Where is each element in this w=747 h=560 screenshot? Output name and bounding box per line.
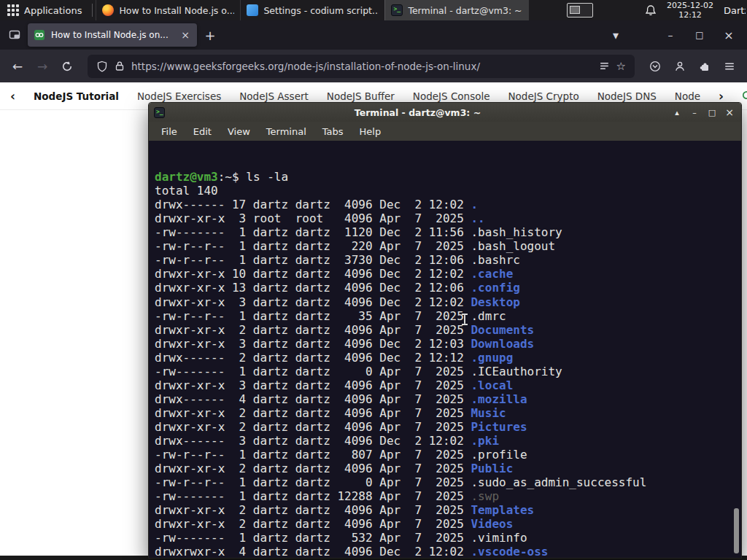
terminal-output: dartz@vm3:~$ ls -latotal 140drwx------ 1… bbox=[155, 170, 741, 558]
listing-meta: drwxr-xr-x 2 dartz dartz 4096 Apr 7 2025 bbox=[155, 323, 471, 337]
listing-name: .local bbox=[471, 378, 513, 392]
site-nav-item-nodejs-console[interactable]: NodeJS Console bbox=[413, 90, 490, 102]
workspace-window-thumb bbox=[570, 6, 580, 14]
firefox-view-icon[interactable] bbox=[4, 25, 25, 45]
terminal-body[interactable]: dartz@vm3:~$ ls -latotal 140drwx------ 1… bbox=[149, 141, 741, 558]
terminal-menu-file[interactable]: File bbox=[153, 124, 185, 139]
terminal-titlebar[interactable]: Terminal - dartz@vm3: ~ ▴ – □ × bbox=[149, 103, 741, 122]
terminal-listing-row: drwx------ 2 dartz dartz 4096 Dec 2 12:1… bbox=[155, 351, 741, 365]
terminal-shade-button[interactable]: ▴ bbox=[670, 106, 684, 119]
terminal-minimize-button[interactable]: – bbox=[688, 106, 701, 119]
terminal-listing-row: drwxr-xr-x 2 dartz dartz 4096 Apr 7 2025… bbox=[155, 503, 741, 517]
listing-name: .config bbox=[471, 281, 519, 295]
notification-bell-icon[interactable] bbox=[645, 4, 657, 16]
panel-clock[interactable]: 2025-12-02 12:12 bbox=[667, 1, 713, 20]
site-nav-item-nodejs-tutorial[interactable]: NodeJS Tutorial bbox=[34, 90, 119, 102]
listing-name: .profile bbox=[471, 448, 527, 462]
taskbar-window-codium[interactable]: Settings - codium script... bbox=[240, 0, 384, 20]
taskbar-window-title: How to Install Node.js o... bbox=[119, 5, 234, 16]
forward-button[interactable]: → bbox=[32, 56, 53, 77]
firefox-icon bbox=[102, 4, 114, 16]
codium-icon bbox=[247, 4, 258, 16]
tab-title: How to Install Node.js on... bbox=[51, 30, 174, 40]
account-icon[interactable] bbox=[670, 56, 690, 77]
new-tab-button[interactable]: + bbox=[200, 25, 220, 45]
clock-time: 12:12 bbox=[667, 10, 713, 20]
terminal-listing-row: drwx------ 17 dartz dartz 4096 Dec 2 12:… bbox=[155, 198, 741, 211]
connection-lock-icon[interactable] bbox=[115, 61, 125, 71]
listing-meta: drwx------ 4 dartz dartz 4096 Apr 7 2025 bbox=[155, 392, 471, 406]
terminal-menu-view[interactable]: View bbox=[220, 124, 258, 139]
listing-meta: drwxr-xr-x 2 dartz dartz 4096 Apr 7 2025 bbox=[155, 420, 471, 434]
terminal-listing-row: drwxr-xr-x 2 dartz dartz 4096 Apr 7 2025… bbox=[155, 420, 741, 434]
listing-meta: -rw------- 1 dartz dartz 12288 Apr 7 202… bbox=[155, 489, 471, 503]
terminal-scrollbar-thumb[interactable] bbox=[734, 508, 739, 553]
terminal-menu-tabs[interactable]: Tabs bbox=[314, 124, 352, 139]
reader-mode-icon[interactable] bbox=[599, 61, 610, 71]
listing-meta: drwxr-xr-x 2 dartz dartz 4096 Apr 7 2025 bbox=[155, 406, 471, 420]
listing-name: .cache bbox=[471, 267, 513, 281]
terminal-close-button[interactable]: × bbox=[723, 106, 736, 119]
site-nav-back-chevron[interactable]: ‹ bbox=[10, 89, 15, 104]
terminal-menubar: FileEditViewTerminalTabsHelp bbox=[149, 122, 741, 141]
window-minimize-button[interactable]: – bbox=[659, 25, 681, 45]
window-close-button[interactable]: × bbox=[718, 25, 740, 45]
taskbar-windows: How to Install Node.js o...Settings - co… bbox=[96, 0, 529, 20]
terminal-listing-row: -rw-r--r-- 1 dartz dartz 220 Apr 7 2025 … bbox=[155, 239, 741, 253]
terminal-menu-help[interactable]: Help bbox=[352, 124, 390, 139]
listing-name: .mozilla bbox=[471, 392, 527, 406]
terminal-listing-row: -rw-r--r-- 1 dartz dartz 3730 Dec 2 12:0… bbox=[155, 253, 741, 267]
url-bar[interactable]: https://www.geeksforgeeks.org/node-js/in… bbox=[88, 55, 635, 78]
site-nav-item-nodejs-crypto[interactable]: NodeJS Crypto bbox=[508, 90, 579, 102]
terminal-listing-row: drwxr-xr-x 10 dartz dartz 4096 Dec 2 12:… bbox=[155, 267, 741, 281]
url-text[interactable]: https://www.geeksforgeeks.org/node-js/in… bbox=[131, 61, 592, 72]
listing-name: .bash_history bbox=[471, 225, 562, 239]
terminal-listing-row: drwxr-xr-x 3 dartz dartz 4096 Dec 2 12:0… bbox=[155, 295, 741, 309]
listing-name: Videos bbox=[471, 517, 513, 531]
taskbar-window-terminal[interactable]: Terminal - dartz@vm3: ~ bbox=[384, 0, 529, 20]
terminal-menu-edit[interactable]: Edit bbox=[185, 124, 220, 139]
workspace-switcher[interactable] bbox=[567, 3, 593, 18]
clock-date: 2025-12-02 bbox=[667, 1, 713, 10]
listing-meta: -rw-r--r-- 1 dartz dartz 3730 Dec 2 12:0… bbox=[155, 253, 471, 267]
extensions-puzzle-icon[interactable] bbox=[694, 56, 715, 77]
back-button[interactable]: ← bbox=[7, 56, 28, 77]
taskbar-window-firefox[interactable]: How to Install Node.js o... bbox=[96, 0, 240, 20]
site-nav-item-nodejs-dns[interactable]: NodeJS DNS bbox=[597, 90, 657, 102]
list-all-tabs-icon[interactable]: ▾ bbox=[605, 25, 626, 45]
site-nav-item-nodejs-assert[interactable]: NodeJS Assert bbox=[239, 90, 309, 102]
browser-tab-bar: How to Install Node.js on... × + ▾ – □ × bbox=[0, 20, 747, 50]
terminal-listing-row: drwxr-xr-x 2 dartz dartz 4096 Apr 7 2025… bbox=[155, 517, 741, 531]
listing-meta: drwxr-xr-x 2 dartz dartz 4096 Apr 7 2025 bbox=[155, 503, 471, 517]
terminal-scrollbar[interactable] bbox=[733, 141, 740, 558]
terminal-listing-row: drwxr-xr-x 13 dartz dartz 4096 Dec 2 12:… bbox=[155, 281, 741, 295]
reload-button[interactable] bbox=[57, 56, 77, 77]
listing-name: .sudo_as_admin_successful bbox=[471, 475, 646, 489]
terminal-menu-terminal[interactable]: Terminal bbox=[258, 124, 314, 139]
tab-close-icon[interactable]: × bbox=[179, 29, 191, 41]
listing-name: Public bbox=[471, 462, 513, 475]
applications-menu-button[interactable]: Applications bbox=[0, 0, 89, 20]
browser-window-controls: – □ × bbox=[659, 25, 743, 45]
site-nav-item-nodejs-exercises[interactable]: NodeJS Exercises bbox=[137, 90, 221, 102]
terminal-maximize-button[interactable]: □ bbox=[705, 106, 719, 119]
bookmark-star-icon[interactable]: ☆ bbox=[616, 60, 626, 73]
window-maximize-button[interactable]: □ bbox=[689, 25, 711, 45]
listing-name: Downloads bbox=[471, 337, 534, 351]
prompt-user: dartz@vm3 bbox=[155, 170, 218, 184]
listing-meta: -rw------- 1 dartz dartz 0 Apr 7 2025 bbox=[155, 365, 471, 378]
prompt-separator: :~$ bbox=[218, 170, 239, 184]
terminal-total-line: total 140 bbox=[155, 184, 741, 198]
pocket-icon[interactable] bbox=[645, 56, 665, 77]
browser-tab-active[interactable]: How to Install Node.js on... × bbox=[28, 23, 197, 47]
listing-meta: drwx------ 3 dartz dartz 4096 Dec 2 12:0… bbox=[155, 434, 471, 448]
terminal-listing-row: -rw-r--r-- 1 dartz dartz 35 Apr 7 2025 .… bbox=[155, 309, 741, 323]
site-nav-item-node[interactable]: Node bbox=[675, 90, 700, 102]
site-nav-forward-chevron[interactable]: › bbox=[719, 89, 724, 104]
site-nav-items: NodeJS TutorialNodeJS ExercisesNodeJS As… bbox=[34, 90, 700, 102]
site-nav-item-nodejs-buffer[interactable]: NodeJS Buffer bbox=[327, 90, 395, 102]
terminal-listing-row: drwx------ 4 dartz dartz 4096 Apr 7 2025… bbox=[155, 392, 741, 406]
site-search-icon[interactable] bbox=[741, 90, 747, 103]
hamburger-menu-icon[interactable] bbox=[719, 56, 740, 77]
tracking-shield-icon[interactable] bbox=[96, 61, 108, 72]
